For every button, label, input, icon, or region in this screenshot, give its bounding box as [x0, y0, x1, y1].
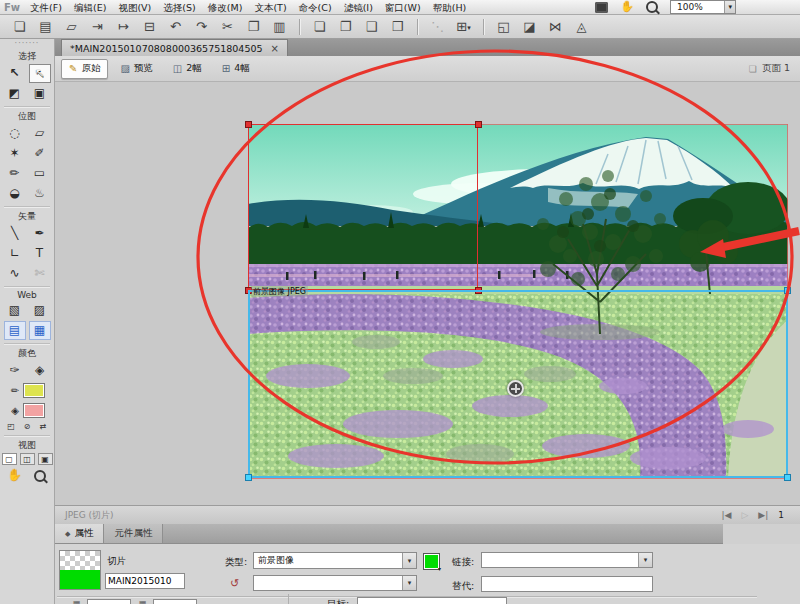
- open-icon[interactable]: ▱: [60, 17, 83, 37]
- polygon-lasso-tool-icon[interactable]: ▱: [29, 124, 51, 143]
- hand-icon[interactable]: ✋: [620, 1, 634, 13]
- slice-behavior-handle[interactable]: [507, 380, 524, 397]
- fill-color-well-swatch[interactable]: [23, 403, 45, 418]
- view-preview-button[interactable]: ▨预览: [112, 59, 160, 79]
- stroke-color-well-swatch[interactable]: [23, 383, 45, 398]
- pen-tool-icon[interactable]: ✒: [29, 224, 51, 243]
- tab-symbol-properties[interactable]: 元件属性: [104, 524, 163, 543]
- view-original-button[interactable]: ✎原始: [61, 59, 108, 79]
- paint-bucket-tool-icon[interactable]: ◈: [29, 361, 51, 380]
- page-indicator[interactable]: ❏ 页面 1: [749, 62, 794, 75]
- blue-handle-bottom-right[interactable]: [784, 474, 791, 481]
- stroke-color-well[interactable]: ✏: [9, 383, 45, 398]
- menu-view[interactable]: 视图(V): [112, 0, 157, 15]
- magnify-icon[interactable]: [646, 1, 658, 13]
- freeform-tool-icon[interactable]: ∿: [4, 264, 26, 283]
- alt-field[interactable]: [481, 576, 653, 592]
- screen-mode-full-icon[interactable]: ▣: [38, 453, 53, 465]
- rubber-stamp-tool-icon[interactable]: ♨: [29, 184, 51, 203]
- align-icon[interactable]: ⊞▾: [452, 17, 475, 37]
- redo-icon[interactable]: ↷: [190, 17, 213, 37]
- red-handle-top-right[interactable]: [475, 121, 482, 128]
- chevron-down-icon[interactable]: ▾: [724, 1, 735, 13]
- lasso-tool-icon[interactable]: ◌: [4, 124, 26, 143]
- pencil-tool-icon[interactable]: ✏: [4, 164, 26, 183]
- canvas[interactable]: 前景图像 JPEG: [55, 82, 800, 505]
- eyedropper-tool-icon[interactable]: ✑: [4, 361, 26, 380]
- menu-commands[interactable]: 命令(C): [293, 0, 338, 15]
- slice-tool-icon[interactable]: ▤: [4, 321, 26, 340]
- hand-tool-icon[interactable]: ✋: [4, 466, 26, 485]
- menu-text[interactable]: 文本(T): [248, 0, 292, 15]
- screen-mode-standard-icon[interactable]: ▢: [2, 453, 17, 465]
- chevron-down-icon[interactable]: ▾: [402, 553, 416, 568]
- default-colors-icon[interactable]: ◰: [5, 421, 18, 432]
- magic-wand-tool-icon[interactable]: ✶: [4, 144, 26, 163]
- close-icon[interactable]: ×: [271, 43, 279, 54]
- tab-properties[interactable]: ◆属性: [55, 524, 104, 543]
- cut-icon[interactable]: ✂: [216, 17, 239, 37]
- menu-edit[interactable]: 编辑(E): [68, 0, 112, 15]
- polygon-hotspot-tool-icon[interactable]: ▨: [29, 301, 51, 320]
- target-field[interactable]: [357, 597, 507, 604]
- link-select[interactable]: ▾: [481, 552, 653, 568]
- document-tab[interactable]: *MAIN201501070808000365751804505 ×: [61, 39, 288, 56]
- blur-tool-icon[interactable]: ◒: [4, 184, 26, 203]
- text-tool-icon[interactable]: T: [29, 244, 51, 263]
- new-document-icon[interactable]: ❏: [8, 17, 31, 37]
- slice-guide-bottom[interactable]: [248, 478, 788, 479]
- import-icon[interactable]: ⇥: [86, 17, 109, 37]
- menu-modify[interactable]: 修改(M): [202, 0, 249, 15]
- select-behind-tool-icon[interactable]: ◩: [4, 84, 26, 103]
- print-icon[interactable]: ⊟: [138, 17, 161, 37]
- menu-help[interactable]: 帮助(H): [427, 0, 473, 15]
- slice-color-swatch[interactable]: [423, 553, 440, 570]
- quick-export-icon[interactable]: [595, 2, 608, 13]
- undo-icon[interactable]: ↶: [164, 17, 187, 37]
- flip-vertical-icon[interactable]: ◬: [570, 17, 593, 37]
- blue-handle-top-right[interactable]: [784, 287, 791, 294]
- eraser-tool-icon[interactable]: ▭: [29, 164, 51, 183]
- slice-type-select[interactable]: 前景图像 ▾: [253, 552, 417, 569]
- zoom-level-select[interactable]: 100% ▾: [670, 0, 736, 14]
- menu-window[interactable]: 窗口(W): [379, 0, 427, 15]
- menu-filters[interactable]: 滤镜(I): [338, 0, 379, 15]
- save-icon[interactable]: ▤: [34, 17, 57, 37]
- last-frame-button[interactable]: ▶|: [758, 510, 768, 520]
- slice-selection-red[interactable]: [248, 124, 478, 290]
- crop-tool-icon[interactable]: ▣: [29, 84, 51, 103]
- blue-handle-bottom-left[interactable]: [245, 474, 252, 481]
- bring-to-front-icon[interactable]: ❏: [308, 17, 331, 37]
- view-4up-button[interactable]: ⊞4幅: [214, 59, 258, 79]
- hotspot-tool-icon[interactable]: ▧: [4, 301, 26, 320]
- chevron-down-icon[interactable]: ▾: [402, 576, 416, 590]
- send-to-back-icon[interactable]: ❒: [386, 17, 409, 37]
- line-tool-icon[interactable]: ╲: [4, 224, 26, 243]
- subselect-tool-icon[interactable]: ↖: [29, 64, 51, 83]
- zoom-tool-icon[interactable]: [29, 466, 51, 485]
- panel-grip[interactable]: ·······: [0, 39, 54, 48]
- flip-horizontal-icon[interactable]: ⋈: [544, 17, 567, 37]
- paste-icon[interactable]: ▥: [268, 17, 291, 37]
- export-icon[interactable]: ↦: [112, 17, 135, 37]
- copy-icon[interactable]: ❐: [242, 17, 265, 37]
- pointer-tool-icon[interactable]: ↖: [4, 64, 26, 83]
- send-backward-icon[interactable]: ❑: [360, 17, 383, 37]
- path-tool-icon[interactable]: ∟: [4, 244, 26, 263]
- width-field[interactable]: [87, 599, 131, 604]
- fill-color-well[interactable]: ◈: [9, 403, 45, 418]
- slice-name-field[interactable]: [105, 573, 185, 589]
- swap-colors-icon[interactable]: ⇄: [37, 421, 50, 432]
- no-color-icon[interactable]: ⊘: [21, 421, 34, 432]
- export-settings-select[interactable]: ▾: [253, 575, 417, 591]
- chevron-down-icon[interactable]: ▾: [638, 553, 652, 567]
- menu-file[interactable]: 文件(F): [24, 0, 68, 15]
- first-frame-button[interactable]: |◀: [721, 510, 731, 520]
- screen-mode-menus-icon[interactable]: ◫: [20, 453, 35, 465]
- brush-tool-icon[interactable]: ✐: [29, 144, 51, 163]
- polygon-slice-tool-icon[interactable]: ▦: [29, 321, 51, 340]
- canvas-size-icon[interactable]: ◱: [492, 17, 515, 37]
- image-size-icon[interactable]: ◪: [518, 17, 541, 37]
- view-2up-button[interactable]: ◫2幅: [165, 59, 210, 79]
- bring-forward-icon[interactable]: ❐: [334, 17, 357, 37]
